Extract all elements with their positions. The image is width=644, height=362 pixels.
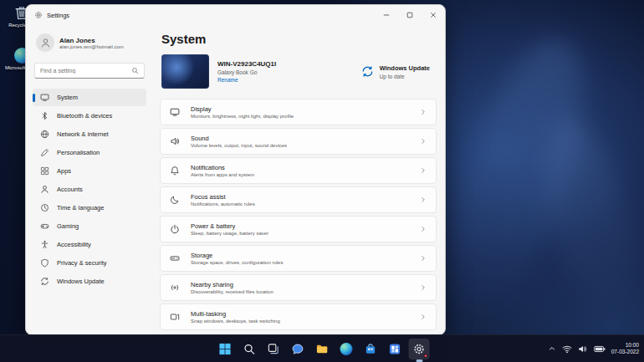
settings-row-multi-tasking[interactable]: Multi-taskingSnap windows, desktops, tas…: [160, 303, 437, 330]
chevron-right-icon: [420, 314, 427, 320]
notification-badge: [424, 354, 428, 358]
desktop: Recycle Bin Microsoft Edge Settings: [0, 0, 644, 362]
main-content: System WIN-V2923C4UQ1I Galaxy Book Go Re…: [151, 25, 445, 334]
network-tray-button[interactable]: [562, 344, 572, 354]
sidebar-item-personalisation[interactable]: Personalisation: [33, 144, 146, 161]
task-view-button[interactable]: [263, 339, 284, 359]
file-explorer-button[interactable]: [312, 339, 333, 359]
chevron-up-icon: [548, 344, 556, 353]
chat-button[interactable]: [288, 339, 309, 359]
windows-update-status[interactable]: Windows Update Up to date: [361, 64, 430, 79]
apps-icon: [40, 166, 49, 176]
settings-row-notifications[interactable]: NotificationsAlerts from apps and system: [160, 157, 437, 184]
sidebar-item-bluetooth-devices[interactable]: Bluetooth & devices: [33, 107, 146, 125]
gaming-icon: [40, 222, 49, 231]
clock-date: 07-03-2022: [611, 349, 639, 355]
volume-icon: [578, 344, 588, 354]
taskbar-clock[interactable]: 10:00 07-03-2022: [611, 342, 639, 356]
search-icon: [243, 343, 256, 355]
chat-icon: [292, 343, 304, 355]
sidebar-item-label: Time & language: [57, 204, 104, 212]
settings-list: DisplayMonitors, brightness, night light…: [160, 99, 437, 330]
chevron-right-icon: [420, 255, 427, 262]
battery-icon: [594, 345, 606, 353]
sidebar-item-windows-update[interactable]: Windows Update: [33, 273, 146, 290]
multi-tasking-icon: [170, 312, 180, 322]
update-title: Windows Update: [380, 64, 430, 72]
settings-row-focus-assist[interactable]: Focus assistNotifications, automatic rul…: [160, 186, 437, 213]
focus-assist-icon: [170, 195, 180, 205]
wallpaper-glow: [529, 111, 644, 324]
page-title: System: [161, 32, 437, 46]
clock-time: 10:00: [626, 342, 639, 349]
chevron-right-icon: [420, 226, 427, 232]
sidebar-item-label: System: [57, 94, 78, 101]
widgets-button[interactable]: [385, 339, 406, 359]
gear-icon: [413, 343, 426, 355]
device-model: Galaxy Book Go: [217, 69, 276, 75]
settings-row-storage[interactable]: StorageStorage space, drives, configurat…: [160, 245, 437, 272]
sidebar-item-label: Personalisation: [57, 149, 100, 156]
device-thumbnail: [161, 54, 209, 89]
rename-link[interactable]: Rename: [217, 77, 276, 83]
settings-row-display[interactable]: DisplayMonitors, brightness, night light…: [160, 99, 437, 125]
titlebar: Settings: [26, 5, 445, 25]
close-button[interactable]: [422, 5, 445, 25]
windows-update-icon: [361, 65, 374, 78]
sidebar-item-gaming[interactable]: Gaming: [33, 217, 146, 235]
sidebar-item-system[interactable]: System: [33, 89, 146, 106]
sidebar: Alan Jones alan.jones.wm@hotmail.com Sys…: [26, 25, 151, 334]
windows-logo-icon: [219, 343, 232, 355]
device-name: WIN-V2923C4UQ1I: [217, 60, 276, 68]
accounts-icon: [40, 185, 49, 194]
volume-tray-button[interactable]: [578, 344, 588, 354]
maximize-button[interactable]: [398, 5, 422, 25]
taskbar-search-button[interactable]: [239, 339, 260, 359]
nearby-sharing-icon: [170, 283, 180, 293]
network-icon: [40, 130, 49, 139]
sidebar-item-label: Windows Update: [57, 278, 105, 285]
user-profile[interactable]: Alan Jones alan.jones.wm@hotmail.com: [33, 32, 146, 54]
settings-row-power-battery[interactable]: Power & batterySleep, battery usage, bat…: [160, 216, 437, 242]
edge-button[interactable]: [336, 339, 357, 359]
search-input[interactable]: [40, 68, 131, 74]
widgets-icon: [389, 343, 401, 355]
system-icon: [40, 93, 49, 102]
sidebar-item-label: Bluetooth & devices: [57, 112, 112, 120]
display-icon: [170, 107, 180, 117]
bluetooth-icon: [40, 111, 49, 120]
sidebar-item-label: Accessibility: [57, 241, 91, 248]
sidebar-item-accessibility[interactable]: Accessibility: [33, 236, 146, 253]
settings-row-sound[interactable]: SoundVolume levels, output, input, sound…: [160, 128, 437, 155]
update-status: Up to date: [380, 74, 430, 79]
settings-app-icon: [34, 11, 43, 19]
start-button[interactable]: [215, 339, 236, 359]
file-explorer-icon: [316, 343, 329, 355]
sidebar-item-label: Accounts: [57, 186, 83, 193]
sidebar-item-privacy-security[interactable]: Privacy & security: [33, 254, 146, 272]
time-language-icon: [40, 203, 49, 212]
sidebar-nav: System Bluetooth & devices Network & int…: [33, 89, 146, 290]
store-button[interactable]: [360, 339, 381, 359]
sidebar-item-label: Apps: [57, 167, 71, 175]
avatar: [36, 33, 54, 52]
sidebar-item-time-language[interactable]: Time & language: [33, 199, 146, 217]
wallpaper-glow: [428, 25, 609, 319]
chevron-right-icon: [420, 138, 427, 145]
tray-expand-button[interactable]: [548, 344, 556, 353]
sound-icon: [170, 136, 180, 146]
task-view-icon: [268, 343, 280, 355]
sidebar-item-label: Privacy & security: [57, 259, 107, 267]
wifi-icon: [562, 344, 572, 354]
store-icon: [365, 343, 377, 355]
battery-tray-button[interactable]: [594, 345, 606, 353]
sidebar-item-accounts[interactable]: Accounts: [33, 181, 146, 198]
personalisation-icon: [40, 148, 49, 157]
search-icon[interactable]: [131, 67, 139, 74]
sidebar-item-apps[interactable]: Apps: [33, 162, 146, 180]
settings-row-nearby-sharing[interactable]: Nearby sharingDiscoverability, received …: [160, 274, 437, 301]
sidebar-item-network-internet[interactable]: Network & internet: [33, 125, 146, 143]
settings-taskbar-button[interactable]: [409, 339, 430, 359]
taskbar: 10:00 07-03-2022: [0, 334, 644, 362]
minimize-button[interactable]: [375, 5, 398, 25]
